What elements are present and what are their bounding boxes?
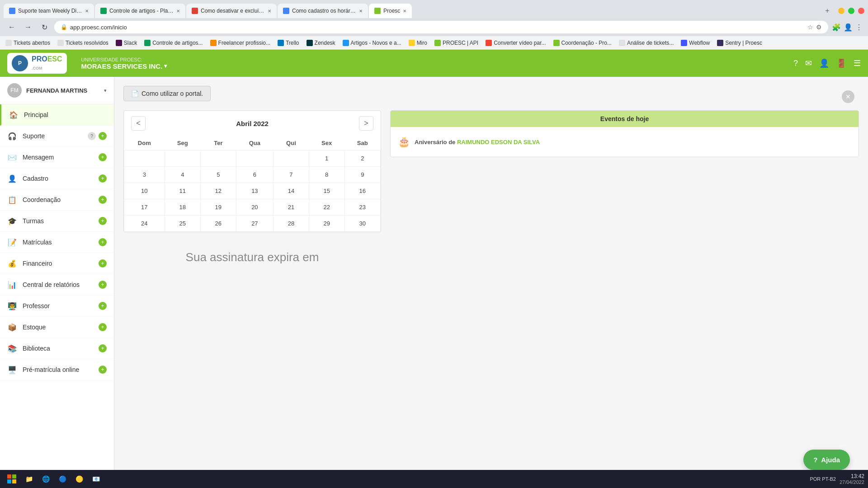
calendar-next-button[interactable]: > [359,116,373,131]
sidebar-item-turmas[interactable]: 🎓 Turmas + [0,211,114,232]
bookmark-item[interactable]: Tickets abertos [5,40,50,46]
browser-tab-tab2[interactable]: Controle de artigos - Planilhas G...✕ [95,4,185,18]
taskbar-file-explorer[interactable]: 📁 [22,471,37,487]
bookmark-item[interactable]: Converter vídeo par... [486,40,546,46]
calendar-day[interactable]: 13 [236,183,273,199]
menu-icon[interactable]: ☰ [854,58,861,68]
browser-tab-tab5[interactable]: Proesc✕ [369,4,412,18]
taskbar-edge[interactable]: 🌐 [38,471,53,487]
bookmark-item[interactable]: Trello [278,40,299,46]
new-tab-button[interactable]: + [821,5,834,17]
sidebar-plus-icon[interactable]: + [99,366,107,374]
calendar-day[interactable]: 11 [165,183,200,199]
sidebar-item-cadastro[interactable]: 👤 Cadastro + [0,168,114,189]
tab-close-icon[interactable]: ✕ [403,9,406,14]
sidebar-plus-icon[interactable]: + [99,196,107,204]
bookmark-item[interactable]: PROESC | API [434,40,478,46]
sidebar-plus-icon[interactable]: + [99,281,107,289]
bookmark-item[interactable]: Tickets resolvidos [57,40,108,46]
calendar-day[interactable]: 17 [124,199,165,216]
start-button[interactable] [4,471,20,487]
calendar-day[interactable]: 15 [309,183,344,199]
taskbar-chrome[interactable]: 🔵 [55,471,70,487]
calendar-day[interactable]: 6 [236,167,273,183]
calendar-day[interactable]: 27 [236,216,273,232]
calendar-day[interactable]: 18 [165,199,200,216]
calendar-day[interactable]: 23 [344,199,381,216]
address-bar[interactable]: 🔒 app.proesc.com/inicio ☆ ⚙ [54,21,828,33]
calendar-day[interactable]: 7 [274,167,309,183]
calendar-day[interactable]: 5 [200,167,236,183]
sidebar-item-financeiro[interactable]: 💰 Financeiro + [0,253,114,274]
reload-button[interactable]: ↻ [38,21,51,33]
person-icon[interactable]: 👤 [819,58,829,68]
calendar-prev-button[interactable]: < [131,116,146,131]
more-options-icon[interactable]: ⋮ [855,23,863,32]
bookmark-item[interactable]: Análise de tickets... [619,40,674,46]
forward-button[interactable]: → [22,21,34,33]
sidebar-plus-icon[interactable]: + [99,323,107,331]
sidebar-item-estoque[interactable]: 📦 Estoque + [0,317,114,338]
sidebar-plus-icon[interactable]: + [99,259,107,267]
calendar-day[interactable]: 4 [165,167,200,183]
tab-close-icon[interactable]: ✕ [268,9,271,14]
calendar-day[interactable]: 9 [344,167,381,183]
sidebar-item-principal[interactable]: 🏠 Principal [0,104,114,126]
calendar-day[interactable]: 28 [274,216,309,232]
calendar-day[interactable]: 19 [200,199,236,216]
calendar-day[interactable]: 1 [309,150,344,167]
sidebar-plus-icon[interactable]: + [99,174,107,183]
portal-button[interactable]: 📄 Como utilizar o portal. [123,86,211,101]
sidebar-item-professor[interactable]: 👨‍🏫 Professor + [0,296,114,317]
profile-icon[interactable]: 👤 [844,23,853,32]
mail-icon[interactable]: ✉ [805,58,812,68]
tab-close-icon[interactable]: ✕ [176,9,180,14]
tab-close-icon[interactable]: ✕ [359,9,363,14]
extension-icon[interactable]: ⚙ [816,23,822,31]
sidebar-plus-icon[interactable]: + [99,217,107,225]
calendar-day[interactable]: 3 [124,167,165,183]
sidebar-plus-icon[interactable]: + [99,302,107,310]
calendar-day[interactable]: 10 [124,183,165,199]
bookmark-item[interactable]: Slack [116,40,137,46]
calendar-day[interactable]: 22 [309,199,344,216]
sidebar-item-central-relatorios[interactable]: 📊 Central de relatórios + [0,274,114,296]
help-icon[interactable]: ? [793,59,798,68]
close-button[interactable]: ✕ [842,90,854,103]
bookmark-item[interactable]: Webflow [681,40,710,46]
calendar-day[interactable]: 20 [236,199,273,216]
star-icon[interactable]: ☆ [807,23,813,31]
event-person-link[interactable]: RAIMUNDO EDSON DA SILVA [457,139,540,145]
sidebar-plus-icon[interactable]: + [99,344,107,352]
calendar-day[interactable]: 25 [165,216,200,232]
tab-close-icon[interactable]: ✕ [85,9,89,14]
browser-tab-tab1[interactable]: Suporte team Weekly Digest - j...✕ [4,4,94,18]
sidebar-plus-icon[interactable]: + [99,132,107,140]
sidebar-user[interactable]: FM FERNANDA MARTINS ▾ [0,77,114,104]
bookmark-item[interactable]: Sentry | Proesc [717,40,762,46]
calendar-day[interactable]: 26 [200,216,236,232]
taskbar-app5[interactable]: 📧 [89,471,104,487]
sidebar-item-mensagem[interactable]: ✉️ Mensagem + [0,147,114,168]
calendar-day[interactable]: 29 [309,216,344,232]
sidebar-plus-icon[interactable]: + [99,238,107,246]
sidebar-item-biblioteca[interactable]: 📚 Biblioteca + [0,338,114,359]
sidebar-item-coordenacao[interactable]: 📋 Coordenação + [0,189,114,211]
taskbar-app4[interactable]: 🟡 [72,471,87,487]
bookmark-item[interactable]: Freelancer profissio... [210,40,270,46]
sidebar-item-matriculas[interactable]: 📝 Matrículas + [0,232,114,253]
bookmark-item[interactable]: Controle de artigos... [144,40,203,46]
calendar-day[interactable]: 2 [344,150,381,167]
back-button[interactable]: ← [5,21,18,33]
sidebar-plus-icon[interactable]: + [99,153,107,161]
sidebar-help-icon[interactable]: ? [88,132,96,140]
bookmark-item[interactable]: Artigos - Novos e a... [343,40,401,46]
help-button[interactable]: ? Ajuda [803,450,850,470]
browser-tab-tab4[interactable]: Como cadastro os horários de u...✕ [278,4,368,18]
sidebar-item-suporte[interactable]: 🎧 Suporte ?+ [0,126,114,147]
exit-icon[interactable]: 🚪 [836,58,846,68]
calendar-day[interactable]: 21 [274,199,309,216]
minimize-button[interactable] [838,8,844,14]
calendar-day[interactable]: 24 [124,216,165,232]
close-button[interactable] [858,8,864,14]
